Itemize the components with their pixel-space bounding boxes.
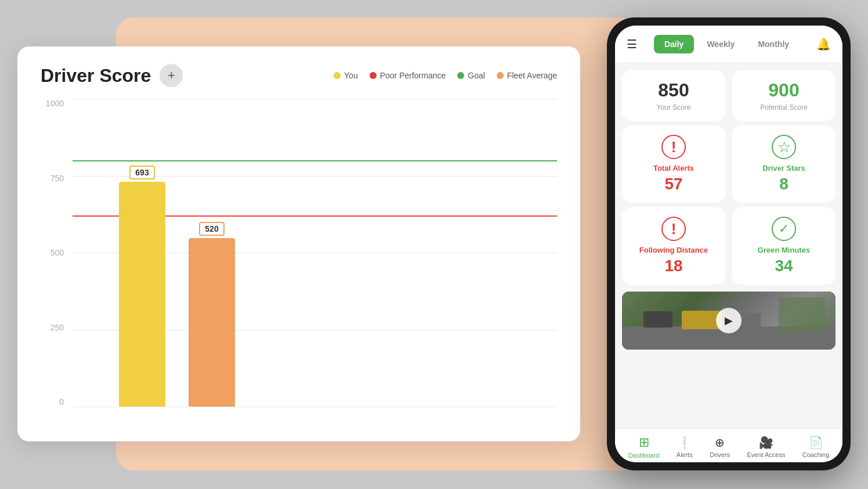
y-label-750: 750 bbox=[41, 174, 64, 183]
stats-grid-row3: ! Following Distance 18 ✓ Green Minutes … bbox=[615, 207, 842, 292]
total-alerts-title: Total Alerts bbox=[653, 164, 694, 172]
grid-line-0 bbox=[73, 407, 557, 407]
bar-group-693: 693 bbox=[119, 182, 165, 407]
chart-inner: 693 520 bbox=[73, 99, 557, 407]
bar-label-693: 693 bbox=[129, 166, 154, 179]
nav-event-access[interactable]: 🎥 Event Access bbox=[747, 436, 785, 458]
stat-card-green-minutes: ✓ Green Minutes 34 bbox=[732, 207, 836, 285]
drivers-label: Drivers bbox=[710, 451, 730, 458]
legend-goal-dot bbox=[457, 72, 464, 79]
event-access-icon: 🎥 bbox=[759, 436, 773, 450]
stat-card-following-distance: ! Following Distance 18 bbox=[622, 207, 725, 285]
nav-tabs: Daily Weekly Monthly bbox=[643, 35, 811, 53]
dashboard-label: Dashboard bbox=[628, 452, 660, 459]
phone-nav: ☰ Daily Weekly Monthly 🔔 bbox=[615, 26, 842, 63]
phone-content: 850 Your Score 900 Potential Score ! Tot… bbox=[615, 63, 842, 429]
your-score-value: 850 bbox=[658, 80, 689, 101]
legend-fleet-label: Fleet Average bbox=[507, 71, 557, 80]
legend-fleet-dot bbox=[497, 72, 504, 79]
legend-goal: Goal bbox=[457, 71, 485, 80]
following-icon: ! bbox=[661, 217, 686, 241]
legend-poor-dot bbox=[370, 72, 377, 79]
your-score-label: Your Score bbox=[657, 103, 691, 112]
potential-score-value: 900 bbox=[768, 80, 799, 101]
bar-orange bbox=[189, 238, 235, 407]
tab-daily[interactable]: Daily bbox=[654, 35, 694, 53]
chart-card: Driver Score + You Poor Performance Goal… bbox=[17, 46, 580, 441]
chart-legend: You Poor Performance Goal Fleet Average bbox=[334, 71, 557, 80]
y-axis: 1000 750 500 250 0 bbox=[41, 99, 64, 424]
dashboard-icon: ⊞ bbox=[639, 435, 649, 450]
following-distance-value: 18 bbox=[664, 257, 682, 275]
y-label-500: 500 bbox=[41, 248, 64, 257]
coaching-icon: 📄 bbox=[809, 436, 823, 450]
alerts-icon: ❕ bbox=[677, 436, 692, 450]
bar-yellow bbox=[119, 182, 165, 407]
event-access-label: Event Access bbox=[747, 451, 785, 458]
y-label-250: 250 bbox=[41, 323, 64, 332]
legend-poor: Poor Performance bbox=[370, 71, 446, 80]
legend-you-label: You bbox=[344, 71, 358, 80]
nav-dashboard[interactable]: ⊞ Dashboard bbox=[628, 435, 660, 459]
coaching-label: Coaching bbox=[802, 451, 829, 458]
bell-icon[interactable]: 🔔 bbox=[816, 37, 831, 51]
chart-area: 1000 750 500 250 0 693 bbox=[41, 99, 557, 424]
driver-stars-value: 8 bbox=[779, 175, 789, 193]
bar-group-520: 520 bbox=[189, 238, 235, 407]
play-button[interactable]: ▶ bbox=[716, 308, 742, 333]
phone-frame: ☰ Daily Weekly Monthly 🔔 850 Your Score … bbox=[607, 17, 851, 470]
tab-monthly[interactable]: Monthly bbox=[747, 35, 800, 53]
alerts-label: Alerts bbox=[677, 451, 693, 458]
nav-alerts[interactable]: ❕ Alerts bbox=[677, 436, 693, 458]
stat-card-potential-score: 900 Potential Score bbox=[732, 70, 836, 121]
legend-fleet: Fleet Average bbox=[497, 71, 557, 80]
stats-grid-row2: ! Total Alerts 57 ☆ Driver Stars 8 bbox=[615, 125, 842, 210]
phone-screen: ☰ Daily Weekly Monthly 🔔 850 Your Score … bbox=[615, 26, 842, 462]
bar-label-520: 520 bbox=[199, 222, 224, 236]
legend-you: You bbox=[334, 71, 358, 80]
y-label-0: 0 bbox=[41, 397, 64, 407]
green-minutes-value: 34 bbox=[775, 257, 793, 275]
chart-title: Driver Score bbox=[41, 65, 151, 87]
drivers-icon: ⊕ bbox=[715, 436, 725, 450]
potential-score-label: Potential Score bbox=[760, 103, 807, 112]
nav-coaching[interactable]: 📄 Coaching bbox=[802, 436, 829, 458]
stat-card-driver-stars: ☆ Driver Stars 8 bbox=[732, 125, 836, 203]
tab-weekly[interactable]: Weekly bbox=[696, 35, 745, 53]
video-overlay[interactable]: ▶ bbox=[622, 292, 836, 350]
driver-stars-title: Driver Stars bbox=[762, 164, 805, 172]
stats-grid-row1: 850 Your Score 900 Potential Score bbox=[615, 63, 842, 128]
check-icon: ✓ bbox=[772, 217, 796, 241]
total-alerts-value: 57 bbox=[664, 175, 682, 193]
stat-card-your-score: 850 Your Score bbox=[622, 70, 725, 121]
menu-icon[interactable]: ☰ bbox=[627, 37, 637, 51]
following-distance-title: Following Distance bbox=[639, 246, 708, 254]
stat-card-total-alerts: ! Total Alerts 57 bbox=[622, 125, 725, 203]
video-thumbnail[interactable]: ▶ bbox=[622, 292, 836, 350]
bars-area: 693 520 bbox=[73, 99, 557, 407]
green-minutes-title: Green Minutes bbox=[758, 246, 810, 254]
chart-title-group: Driver Score + bbox=[41, 64, 183, 87]
y-label-1000: 1000 bbox=[41, 99, 64, 108]
legend-poor-label: Poor Performance bbox=[380, 71, 446, 80]
add-button[interactable]: + bbox=[160, 64, 183, 87]
bottom-nav: ⊞ Dashboard ❕ Alerts ⊕ Drivers 🎥 Event A… bbox=[615, 429, 842, 462]
nav-drivers[interactable]: ⊕ Drivers bbox=[710, 436, 730, 458]
alert-icon: ! bbox=[661, 135, 686, 159]
star-icon: ☆ bbox=[772, 135, 796, 159]
chart-header: Driver Score + You Poor Performance Goal… bbox=[41, 64, 557, 87]
legend-you-dot bbox=[334, 72, 341, 79]
legend-goal-label: Goal bbox=[468, 71, 485, 80]
